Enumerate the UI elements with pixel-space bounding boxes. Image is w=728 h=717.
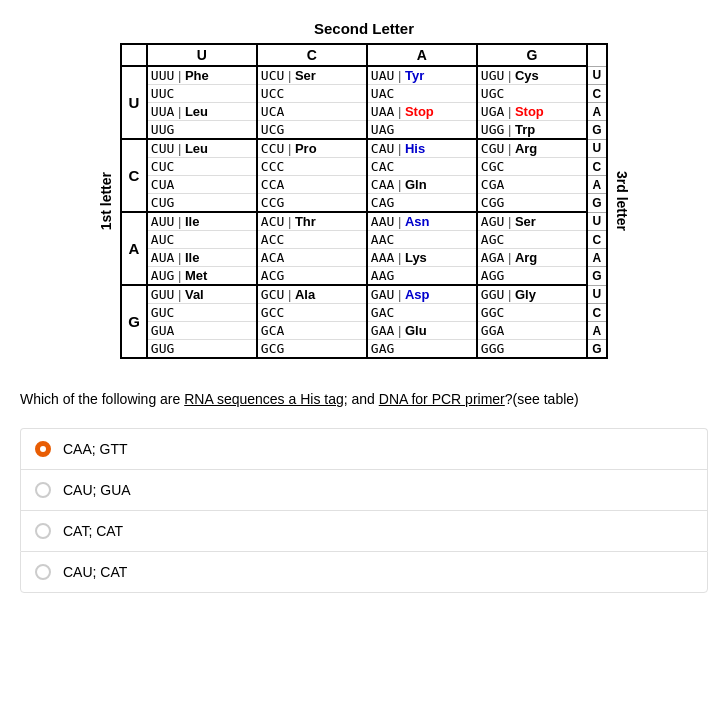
col-header-G: G (477, 44, 587, 66)
codon-outer: Second Letter 1st letter U C A G (98, 20, 630, 359)
third-letter-label: 3rd letter (614, 171, 630, 231)
col-header-A: A (367, 44, 477, 66)
radio-button[interactable] (35, 564, 51, 580)
col-header-U: U (147, 44, 257, 66)
option-item[interactable]: CAA; GTT (20, 428, 708, 469)
codon-table: U C A G UUUU | PheUCU | SerUAU | TyrUGU … (120, 43, 608, 359)
option-item[interactable]: CAT; CAT (20, 510, 708, 551)
option-item[interactable]: CAU; CAT (20, 551, 708, 593)
first-letter-label: 1st letter (98, 172, 114, 230)
page-container: Second Letter 1st letter U C A G (20, 20, 708, 593)
option-label: CAA; GTT (63, 441, 128, 457)
second-letter-title: Second Letter (314, 20, 414, 37)
table-middle: 1st letter U C A G UUUU | PheUCU | SerUA… (98, 43, 630, 359)
option-label: CAU; GUA (63, 482, 131, 498)
option-label: CAU; CAT (63, 564, 127, 580)
radio-button[interactable] (35, 441, 51, 457)
radio-button[interactable] (35, 523, 51, 539)
radio-button[interactable] (35, 482, 51, 498)
option-item[interactable]: CAU; GUA (20, 469, 708, 510)
question-text: Which of the following are RNA sequences… (20, 389, 708, 410)
option-label: CAT; CAT (63, 523, 123, 539)
col-header-C: C (257, 44, 367, 66)
table-wrapper: Second Letter 1st letter U C A G (20, 20, 708, 359)
options-list: CAA; GTTCAU; GUACAT; CATCAU; CAT (20, 428, 708, 593)
